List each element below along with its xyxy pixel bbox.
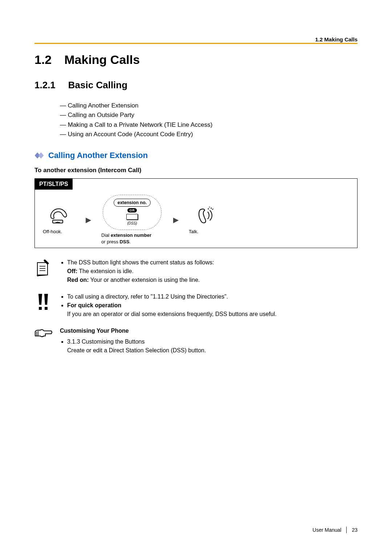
notepad-icon [34,258,53,284]
t-bold: DSS [120,239,130,244]
page: 1.2 Making Calls 1.2 Making Calls 1.2.1 … [0,0,392,555]
t: . [129,239,131,244]
note-block: Customising Your Phone 3.1.3 Customising… [34,327,358,355]
exclamation-icon [34,292,53,319]
subsection-title: 1.2.1 Basic Calling [34,80,358,91]
extension-label: extension no. [114,199,151,207]
diamond-icon [34,152,45,159]
procedure-title: To another extension (Intercom Call) [34,167,358,174]
note-body: The DSS button light shows the current s… [60,258,358,284]
list-item: Making a Call to a Private Network (TIE … [60,120,358,130]
procedure-panel: PT/SLT/PS Off-hook. [34,178,358,248]
subsection-number: 1.2.1 [34,80,56,91]
note-line: For quick operation If you are an operat… [67,301,358,319]
topic-heading-row: Calling Another Extension [34,151,358,160]
step-offhook: Off-hook. [43,205,75,235]
note-body: To call using a directory, refer to "1.1… [60,292,358,319]
arrow-icon: ▶ [86,215,91,224]
topic-list: Calling Another Extension Calling an Out… [60,101,358,139]
t: Dial [101,232,111,238]
section-name: Making Calls [64,53,140,67]
step-dial: extension no. OR (DSS) Dial extension nu… [101,195,163,245]
note-line: The DSS button light shows the current s… [67,258,358,284]
content: 1.2 Making Calls 1.2.1 Basic Calling Cal… [34,33,358,355]
page-number: 23 [352,527,358,533]
svg-point-4 [211,207,212,208]
customising-title: Customising Your Phone [60,328,129,334]
or-pill: OR [127,208,137,212]
t-bold: Off: [67,268,77,274]
t: The DSS button light shows the current s… [67,259,214,266]
svg-rect-9 [39,307,42,310]
offhook-icon [49,205,69,226]
subsection-name: Basic Calling [68,80,127,91]
note-block: The DSS button light shows the current s… [34,258,358,284]
t: Your or another extension is using the l… [89,277,200,283]
footer-label: User Manual [313,527,341,533]
t: Create or edit a Direct Station Selectio… [67,347,206,353]
running-header: 1.2 Making Calls [315,36,358,42]
footer-separator [346,527,347,533]
dss-caption: (DSS) [127,221,137,225]
step-caption: Off-hook. [43,228,75,235]
footer: User Manual 23 [313,527,358,533]
svg-rect-10 [45,307,48,310]
pointing-hand-icon [34,327,53,355]
procedure-tab: PT/SLT/PS [35,179,73,190]
t-bold: extension number [111,232,151,238]
dial-group: extension no. OR (DSS) [103,195,162,230]
svg-point-3 [208,208,209,209]
list-item: Calling an Outside Party [60,110,358,120]
header-rule [34,43,358,44]
procedure-row: Off-hook. ▶ extension no. OR (DSS) [43,195,349,245]
section-number: 1.2 [34,53,52,67]
arrow-icon: ▶ [173,215,179,224]
svg-marker-1 [38,153,44,158]
t: 3.1.3 Customising the Buttons [67,339,144,345]
list-item: Calling Another Extension [60,101,358,110]
note-line: To call using a directory, refer to "1.1… [67,292,358,301]
svg-point-8 [44,260,46,262]
t: or press [101,239,120,244]
section-title: 1.2 Making Calls [34,53,358,67]
t: The extension is idle. [77,268,133,274]
topic-heading: Calling Another Extension [48,151,148,160]
step-caption: Talk. [189,228,221,235]
note-body: Customising Your Phone 3.1.3 Customising… [60,327,358,355]
t-bold: For quick operation [67,302,121,308]
note-block: To call using a directory, refer to "1.1… [34,292,358,319]
step-talk: Talk. [189,205,221,235]
t: If you are an operator or dial some exte… [67,311,277,317]
dss-button-icon [126,214,138,220]
talk-icon [195,205,215,226]
t-bold: Red on: [67,277,89,283]
procedure-body: Off-hook. ▶ extension no. OR (DSS) [35,190,357,248]
step-caption: Dial extension number or press DSS. [101,232,163,245]
dial-capsule: extension no. OR (DSS) [103,195,162,230]
list-item: Using an Account Code (Account Code Entr… [60,130,358,139]
note-line: 3.1.3 Customising the Buttons Create or … [67,337,358,355]
